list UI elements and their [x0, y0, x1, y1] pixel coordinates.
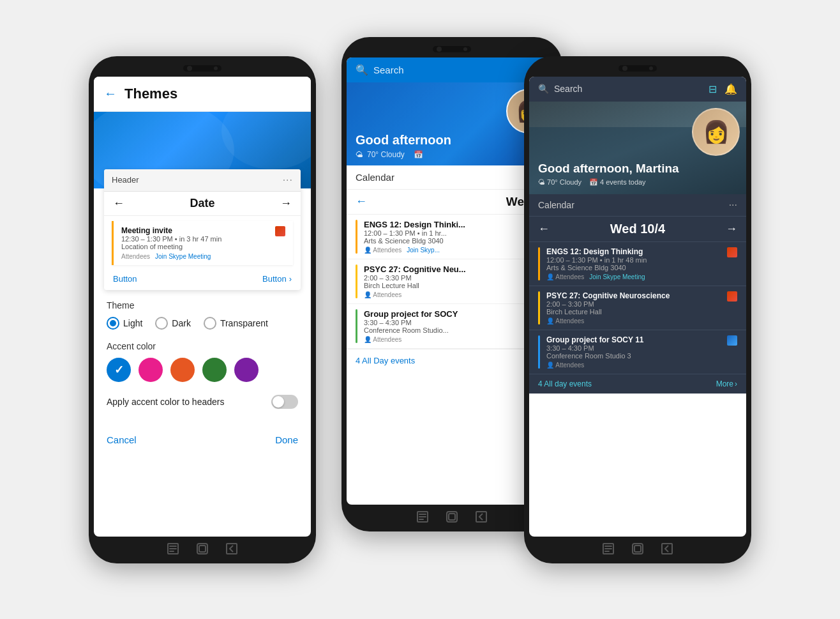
- apply-header-toggle[interactable]: [271, 395, 298, 409]
- accent-purple[interactable]: [234, 358, 259, 382]
- phone-bottom-nav: [167, 543, 237, 554]
- cal-dark-date-forward-icon[interactable]: →: [726, 222, 737, 236]
- weather-info: 🌤 70° Cloudy 📅: [356, 150, 423, 159]
- cal-section-title: Calendar: [356, 172, 394, 183]
- screen-icon[interactable]: ⊟: [709, 83, 717, 95]
- dark-office-icon-1: [727, 247, 737, 257]
- svg-rect-6: [419, 519, 424, 520]
- themes-actions: Cancel Done: [94, 434, 311, 455]
- dark-attendees-3: 👤 Attendees: [546, 362, 584, 369]
- accent-pink[interactable]: [139, 358, 163, 382]
- theme-option-transparent[interactable]: Transparent: [204, 317, 268, 330]
- phone3-nav-recent[interactable]: [603, 543, 614, 554]
- svg-rect-10: [604, 551, 610, 552]
- phone-camera: [183, 65, 221, 72]
- phone2-nav-recent[interactable]: [417, 511, 428, 523]
- dark-event-bar-3: [538, 335, 540, 369]
- dark-event-time-2: 2:00 – 3:30 PM: [546, 300, 727, 308]
- phone3-nav-home[interactable]: [632, 543, 643, 554]
- svg-rect-0: [169, 546, 177, 547]
- nav-home-button[interactable]: [197, 543, 208, 554]
- dark-event-info-1: ENGS 12: Design Thinking 12:00 – 1:30 PM…: [546, 247, 727, 280]
- notification-icon[interactable]: 🔔: [724, 83, 737, 95]
- toggle-knob: [273, 396, 284, 408]
- cal-event-time-2: 2:00 – 3:30 PM: [364, 274, 548, 282]
- cal-event-info-1: ENGS 12: Design Thinki... 12:00 – 1:30 P…: [364, 220, 548, 254]
- svg-rect-5: [419, 516, 426, 517]
- cal-dark-section-menu-icon[interactable]: ···: [729, 199, 737, 211]
- search-icon: 🔍: [356, 64, 368, 76]
- accent-section-label: Accent color: [107, 341, 298, 351]
- preview-event-footer: Attendees Join Skype Meeting: [121, 253, 275, 260]
- nav-back-button[interactable]: [226, 543, 237, 554]
- dark-header-icons: ⊟ 🔔: [709, 83, 737, 95]
- cal-event-loc-2: Birch Lecture Hall: [364, 282, 548, 289]
- cal-dark-section-title: Calendar: [538, 200, 574, 210]
- preview-date-back-icon[interactable]: ←: [113, 197, 124, 210]
- phone2-nav-back[interactable]: [476, 511, 487, 523]
- dark-event-title-1: ENGS 12: Design Thinking: [546, 247, 727, 256]
- preview-button-right[interactable]: Button ›: [262, 274, 292, 284]
- phone3-nav-back[interactable]: [661, 543, 673, 554]
- back-icon[interactable]: ←: [104, 86, 117, 101]
- radio-transparent-outer: [204, 317, 216, 330]
- dark-event-footer-2: 👤 Attendees: [546, 317, 727, 325]
- phone-themes: ← Themes Header ··· ← Date → Meeting inv…: [89, 56, 316, 563]
- radio-light-outer: [107, 317, 119, 330]
- dark-event-loc-1: Arts & Science Bldg 3040: [546, 264, 727, 271]
- theme-option-dark[interactable]: Dark: [155, 317, 191, 330]
- preview-event-card: Meeting invite 12:30 – 1:30 PM • in 3 hr…: [112, 221, 293, 265]
- cal-attendees-3: 👤 Attendees: [364, 336, 401, 343]
- dark-all-day-text[interactable]: 4 All day events: [538, 379, 592, 388]
- dark-event-bar-2: [538, 291, 540, 325]
- dark-avatar-image: 👩: [703, 119, 730, 144]
- preview-date-forward-icon[interactable]: →: [280, 197, 292, 210]
- preview-skype-link[interactable]: Join Skype Meeting: [155, 253, 211, 260]
- nav-recent-button[interactable]: [167, 543, 179, 554]
- theme-section-label: Theme: [107, 300, 298, 310]
- event-bar-3: [356, 309, 357, 343]
- dark-event-info-2: PSYC 27: Cognitive Neuroscience 2:00 – 3…: [546, 291, 727, 325]
- dark-attendees-1: 👤 Attendees: [546, 273, 584, 280]
- search-text: Search: [373, 65, 404, 75]
- preview-event-time: 12:30 – 1:30 PM • in 3 hr 47 min: [121, 235, 275, 243]
- cal-event-time-3: 3:30 – 4:30 PM: [364, 319, 548, 326]
- accent-green[interactable]: [202, 358, 227, 382]
- cal-event-loc-1: Arts & Science Bldg 3040: [364, 237, 548, 245]
- cancel-button[interactable]: Cancel: [107, 434, 137, 445]
- cal-dark-event-3[interactable]: Group project for SOCY 11 3:30 – 4:30 PM…: [529, 330, 746, 374]
- dark-event-time-3: 3:30 – 4:30 PM: [546, 344, 727, 352]
- cal-dark-event-2[interactable]: PSYC 27: Cognitive Neuroscience 2:00 – 3…: [529, 286, 746, 330]
- accent-orange[interactable]: [170, 358, 195, 382]
- preview-card-menu-icon[interactable]: ···: [283, 174, 293, 186]
- cal-dark-event-1[interactable]: ENGS 12: Design Thinking 12:00 – 1:30 PM…: [529, 242, 746, 286]
- dark-weather-icon: 🌤 70° Cloudy: [538, 178, 581, 186]
- preview-button-left[interactable]: Button: [113, 274, 137, 284]
- accent-blue[interactable]: [107, 358, 131, 382]
- preview-event-attendees: Attendees: [121, 253, 150, 260]
- svg-rect-9: [604, 548, 612, 549]
- cal-dark-all-day: 4 All day events More ›: [529, 374, 746, 394]
- dark-event-loc-3: Conference Room Studio 3: [546, 352, 727, 360]
- phone-calendar-dark: 🔍 Search ⊟ 🔔 👩 Good afternoon, Martina 🌤…: [524, 56, 751, 563]
- radio-dark-label: Dark: [172, 318, 191, 328]
- cal-event-footer-2: 👤 Attendees: [364, 291, 548, 298]
- svg-rect-2: [169, 551, 174, 552]
- phone2-bottom-nav: [417, 511, 487, 523]
- dark-skype-link-1[interactable]: Join Skype Meeting: [589, 273, 645, 280]
- dark-event-info-3: Group project for SOCY 11 3:30 – 4:30 PM…: [546, 335, 727, 369]
- theme-option-light[interactable]: Light: [107, 317, 142, 330]
- cal-dark-date-back-icon[interactable]: ←: [538, 222, 550, 236]
- calendar-icon: 📅: [414, 150, 423, 159]
- done-button[interactable]: Done: [275, 434, 298, 445]
- radio-transparent-label: Transparent: [220, 318, 268, 328]
- skype-link-1[interactable]: Join Skyp...: [407, 247, 440, 254]
- phone2-nav-home[interactable]: [446, 511, 458, 523]
- dark-more-link[interactable]: More ›: [716, 379, 737, 388]
- cal-date-back-icon[interactable]: ←: [356, 195, 367, 208]
- preview-card: Header ··· ← Date → Meeting invite 12:30…: [104, 169, 301, 290]
- svg-rect-3: [199, 546, 206, 552]
- radio-light-inner: [110, 320, 116, 326]
- themes-screen: ← Themes Header ··· ← Date → Meeting inv…: [94, 77, 311, 537]
- event-bar-1: [356, 220, 357, 254]
